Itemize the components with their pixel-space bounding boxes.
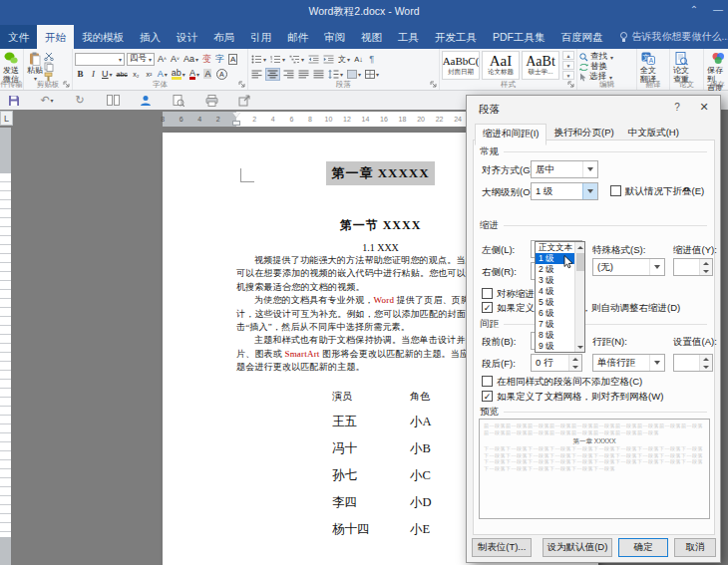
tab-file[interactable]: 文件 — [0, 25, 37, 49]
tab-developer[interactable]: 开发工具 — [427, 25, 485, 49]
align-center-button[interactable] — [265, 68, 280, 81]
snap-to-grid-checkbox[interactable]: ✓ 如果定义了文档网格，则对齐到网格(W) — [482, 391, 663, 404]
asian-layout-button[interactable]: 文▾ — [337, 53, 351, 66]
styles-dialog-launcher[interactable] — [567, 81, 575, 89]
tab-stop-selector[interactable]: L — [0, 111, 13, 126]
set-default-button[interactable]: 设为默认值(D) — [543, 538, 612, 557]
tab-layout[interactable]: 布局 — [205, 25, 242, 49]
print-preview-icon[interactable] — [172, 94, 185, 108]
align-left-button[interactable] — [250, 68, 263, 81]
decrease-indent-button[interactable] — [307, 53, 320, 66]
multilevel-list-button[interactable]: ▾ — [288, 53, 305, 66]
alignment-combo[interactable]: 居中 — [531, 160, 598, 178]
borders-button[interactable]: ▾ — [364, 68, 380, 81]
tab-tools[interactable]: 工具 — [390, 25, 427, 49]
character-scale-button[interactable]: 字 — [214, 53, 225, 66]
scroll-thumb[interactable] — [576, 253, 584, 271]
tab-my-templates[interactable]: 我的模板 — [74, 25, 132, 49]
share-icon[interactable] — [237, 94, 251, 108]
collapsed-by-default-checkbox[interactable]: 默认情况下折叠(E) — [610, 185, 704, 198]
tell-me-box[interactable]: 告诉我你想要做什么... — [611, 25, 728, 49]
first-line-indent-marker[interactable] — [232, 113, 240, 118]
dialog-help-button[interactable]: ? — [670, 102, 684, 113]
tab-design[interactable]: 设计 — [169, 25, 205, 49]
spacing-at-spinner[interactable] — [673, 354, 713, 372]
no-space-same-style-checkbox[interactable]: 在相同样式的段落间不添加空格(C) — [482, 376, 642, 389]
increase-indent-button[interactable] — [322, 53, 335, 66]
style-item-cover-date[interactable]: AaBbC( 封面日期 — [442, 51, 480, 80]
undo-icon[interactable]: ↶▾ — [40, 94, 54, 108]
tab-references[interactable]: 引用 — [242, 25, 279, 49]
tab-pdf-tools[interactable]: PDF工具集 — [485, 25, 553, 49]
account-icon[interactable] — [139, 94, 153, 108]
copy-icon[interactable] — [44, 62, 54, 71]
indent-by-spinner[interactable] — [673, 258, 713, 276]
styles-scroll-up[interactable]: ▲ — [562, 51, 574, 60]
change-case-button[interactable]: Aa▾ — [182, 53, 199, 66]
print-icon[interactable] — [204, 94, 218, 108]
styles-more-button[interactable]: ▼ — [562, 71, 574, 80]
tab-insert[interactable]: 插入 — [132, 25, 169, 49]
tab-view[interactable]: 视图 — [353, 25, 390, 49]
line-spacing-combo[interactable]: 单倍行距 — [592, 354, 665, 372]
shading-button[interactable]: ▾ — [346, 68, 362, 81]
scroll-down-icon[interactable] — [575, 342, 585, 352]
numbering-button[interactable]: ▾ — [269, 53, 286, 66]
special-format-combo[interactable]: (无) — [592, 258, 665, 276]
ribbon-display-options-icon[interactable]: ⌃ — [688, 4, 700, 15]
tabs-button[interactable]: 制表位(T)... — [472, 538, 532, 557]
space-after-spinner[interactable]: 0 行 — [531, 354, 582, 372]
strikethrough-button[interactable]: abc — [116, 68, 129, 81]
cancel-button[interactable]: 取消 — [674, 538, 716, 557]
outline-option-level-7[interactable]: 7 级 — [536, 319, 574, 330]
clipboard-dialog-launcher[interactable] — [63, 81, 71, 89]
text-effects-button[interactable]: A▾ — [157, 68, 169, 81]
phonetic-guide-button[interactable]: 变 — [201, 53, 212, 66]
show-marks-button[interactable]: ¶ — [366, 53, 377, 66]
font-dialog-launcher[interactable] — [238, 81, 246, 89]
left-indent-marker[interactable] — [232, 121, 240, 126]
sort-button[interactable]: A↓ — [353, 53, 364, 66]
paragraph-dialog-launcher[interactable] — [430, 81, 438, 89]
two-pages-view-icon[interactable] — [106, 94, 120, 108]
font-color-button[interactable]: A▾ — [188, 68, 200, 81]
scroll-up-icon[interactable] — [575, 242, 585, 252]
vertical-ruler[interactable] — [0, 128, 11, 565]
superscript-button[interactable]: x² — [144, 68, 155, 81]
minimize-icon[interactable]: — — [712, 4, 724, 15]
style-item-thesis-title[interactable]: AaI 论文标题 — [482, 51, 520, 80]
subscript-button[interactable]: x₂ — [131, 68, 142, 81]
redo-icon[interactable]: ↻ — [73, 94, 87, 108]
outline-option-level-6[interactable]: 6 级 — [536, 308, 574, 319]
font-size-combo[interactable]: 四号▾ — [127, 53, 155, 66]
outline-level-combo[interactable]: 1 级 — [531, 182, 598, 200]
dialog-close-button[interactable]: ✕ — [696, 101, 712, 114]
tab-baidu-netdisk[interactable]: 百度网盘 — [553, 25, 611, 49]
outline-option-level-5[interactable]: 5 级 — [536, 297, 574, 308]
tab-review[interactable]: 审阅 — [316, 25, 353, 49]
outline-option-level-8[interactable]: 8 级 — [536, 330, 574, 341]
outline-option-body-text[interactable]: 正文文本 — [536, 242, 574, 253]
save-icon[interactable] — [7, 94, 21, 108]
dropdown-scrollbar[interactable] — [574, 242, 584, 352]
style-item-master[interactable]: AaBt 硕士学... — [522, 51, 559, 80]
bullets-button[interactable]: ▾ — [250, 53, 267, 66]
character-shading-button[interactable]: A — [202, 68, 213, 81]
tab-line-and-page-breaks[interactable]: 换行和分页(P) — [546, 124, 620, 145]
distribute-button[interactable] — [312, 68, 325, 81]
align-right-button[interactable] — [282, 68, 295, 81]
outline-option-level-4[interactable]: 4 级 — [536, 286, 574, 297]
tab-indents-and-spacing[interactable]: 缩进和间距(I) — [475, 124, 546, 145]
cut-icon[interactable] — [44, 52, 54, 61]
highlight-color-button[interactable]: ab▾ — [171, 68, 186, 81]
shrink-font-button[interactable]: A˅ — [170, 53, 181, 66]
styles-scroll-down[interactable]: ▼ — [562, 61, 574, 70]
tab-home[interactable]: 开始 — [37, 25, 74, 49]
ok-button[interactable]: 确定 — [618, 538, 668, 557]
character-border-button[interactable]: A — [227, 53, 238, 66]
underline-button[interactable]: U▾ — [101, 68, 114, 81]
grow-font-button[interactable]: A˄ — [157, 53, 168, 66]
outline-option-level-3[interactable]: 3 级 — [536, 275, 574, 286]
enclose-character-button[interactable]: A — [215, 68, 228, 81]
tab-mailings[interactable]: 邮件 — [279, 25, 316, 49]
